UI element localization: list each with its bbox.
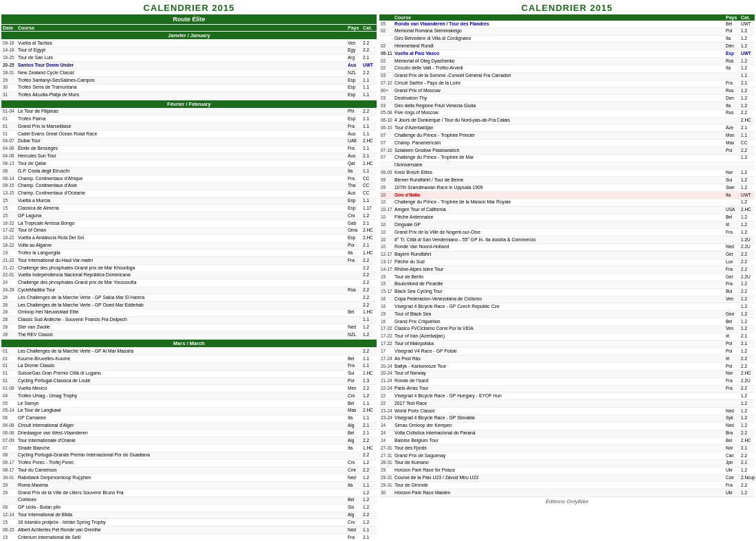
- race-row: 26Les Challenges de la Marche Verte - GP…: [1, 302, 377, 309]
- race-row: 03Grand Prix de la Somme -Conseil Généra…: [379, 73, 755, 80]
- race-row: 23-24Visegrad 4 Bicycle Race - GP Slovak…: [379, 415, 755, 423]
- race-row: 08-17Trofeo Porec - Trofej PorecCro1.2: [1, 460, 377, 467]
- race-row: l'Anniversaire: [379, 162, 755, 170]
- race-row: 08-14Champ. Continentaux d'AfriqueFraCC: [1, 175, 377, 183]
- race-row: 23-24World Ports ClassicNed1.2: [379, 408, 755, 415]
- race-row: 06-08Circuit International d'AlgerAlg2.1: [1, 423, 377, 430]
- race-row: 20-24Bałtyk - Karkonosze TourPol2.2: [379, 363, 755, 371]
- race-row: 07-10Szlakiem Grodow PiastowskichPol2.2: [379, 147, 755, 155]
- race-row: 15Vuelta a MurciaEsp1.1: [1, 198, 377, 206]
- race-row: 04Trofeo Umag - Umag TrophyCro1.2: [1, 393, 377, 400]
- race-row: 28-01Rabobank Dorpenomloop RuçphenNed1.2: [1, 474, 377, 482]
- race-row: 04-08Étoile de BessègesFra2.1: [1, 146, 377, 153]
- th-pays: Pays: [348, 25, 363, 30]
- race-row: 26Les Challenges de la Marche Verte - GP…: [1, 294, 377, 302]
- race-row: 24Volta Ciclistica internacional do Para…: [379, 430, 755, 438]
- race-row: 01Kuurne-Bruxelles-KuurneBel1.1: [1, 355, 377, 363]
- race-row: 17-22Tour of MalopolskaPol2.1: [379, 341, 755, 349]
- race-row: 29Grand Prix de la Ville de Lillers Souv…: [1, 489, 377, 497]
- race-row: 30Trofeo Serra de TramuntanaEsp1.1: [1, 85, 377, 92]
- race-row: 02Memorial of Oleg DyachenkoRus1.2: [379, 58, 755, 65]
- race-row: 05Rondo van Vlaanderen / Tour des Flandr…: [379, 21, 755, 28]
- race-row: 08Cycling Portugal-Grande Premio Interna…: [1, 452, 377, 460]
- race-row: 17-22Tour of OmanOma2.HC: [1, 228, 377, 235]
- race-row: 28-01New Zealand Cycle ClassicNZL2.2: [1, 69, 377, 77]
- race-row: 19Tour of Black SeaGeo1.2: [379, 311, 755, 318]
- race-row: 13-15Champ. Continentaux d'OcéanieAusCC: [1, 190, 377, 198]
- race-row: 05-14Le Tour de LangkawiMas2.HC: [1, 408, 377, 415]
- race-row: 12-17Bayern RundfahrtGer2.2: [379, 252, 755, 259]
- race-row: 22-01Vuelta Independencia Nacional Repúb…: [1, 272, 377, 280]
- race-row: 17-22Tour of Iran (Azerbaijan)Iri2.1: [379, 333, 755, 341]
- race-row: 09Berner Rundfahrt / Tour de BerneSui1.2: [379, 177, 755, 184]
- race-row: 04-08Hercules Sun TourAus2.1: [1, 153, 377, 161]
- race-row: 01Trofeo PalmaEsp1.1: [1, 115, 377, 123]
- race-row: 24Simas Omloop der KempenNed1.2: [379, 423, 755, 430]
- month-jan: Janvier / January: [1, 32, 377, 39]
- race-row: 02Himmerland RundtDen1.2: [379, 43, 755, 50]
- race-row: 28Omloop Het Nieuwsblad EliteBel1.HC: [1, 309, 377, 317]
- race-row: 07Strade BiancheIta1.HC: [1, 445, 377, 452]
- race-row: Giro Belvedere di Villa di CordignanoIta…: [379, 36, 755, 43]
- race-row: 07Champ. PanamericainMaxCC: [379, 140, 755, 147]
- race-row: 01Cycling Portugal-Classica de LouléPor1…: [1, 378, 377, 386]
- right-footer: Éditions OnlyBike: [379, 498, 755, 505]
- th-cat: Cat.: [363, 25, 375, 30]
- th-course: Course: [18, 25, 348, 30]
- race-row: 15Tour de BerlinGer2.2U: [379, 274, 755, 281]
- race-row: 80+Grand Prix of MoscowRus1.2: [379, 87, 755, 95]
- race-row: 18-22Volta ao AlgarvePor2.1: [1, 243, 377, 250]
- race-row: 06-11Vuelta al País VascoEspUWT: [379, 50, 755, 58]
- race-row: 01La Drome ClassicFra1.1: [1, 363, 377, 371]
- race-row: CominesBel1.2: [1, 497, 377, 505]
- race-row: 18-22Vuelta a Andalucia Ruta Del SolEsp2…: [1, 235, 377, 243]
- race-row: 08-13Tour de QatarQat2.HC: [1, 160, 377, 168]
- right-table-header: CoursePaysCat.: [379, 14, 755, 21]
- race-row: 07-09Tour Internationale d'OranieAlg2.2: [1, 437, 377, 445]
- race-row: 01-08Vuelta MexicoMex2.2: [1, 385, 377, 393]
- race-row: 29-31Tour de GirondeFra2.2: [379, 482, 755, 489]
- right-title: CALENDRIER 2015: [379, 3, 755, 13]
- race-row: 09-18Vuelta al TachiraVen2.2: [1, 40, 377, 47]
- race-row: 16Grand Prix CriquielionBel1.2: [379, 318, 755, 326]
- route-header: Route Élite: [1, 14, 377, 24]
- race-row: 27-31Grand Prix de SaguenayCan2.2: [379, 452, 755, 460]
- race-row: 28Ster van ZwolleNed1.2: [1, 324, 377, 332]
- race-row: 15GP LagunaCro1.2: [1, 212, 377, 220]
- race-row: 15Classica de AlmeriaEsp1.17: [1, 205, 377, 212]
- month-feb: Février / February: [1, 100, 377, 108]
- race-row: 07-10Circuit Sarthe - Pays de la LoireFr…: [379, 80, 755, 88]
- race-row: 10Ronde Van Noord-HollandNed2.2U: [379, 244, 755, 252]
- race-row: 21-22Challenge des phosphates-Grand prix…: [1, 265, 377, 272]
- race-row: 02Circuito delle Valli - Trofeo ArvediIt…: [379, 65, 755, 73]
- right-column: CALENDRIER 2015 CoursePaysCat. 05Rondo v…: [379, 3, 755, 541]
- race-row: 15-17Black Sea Cycling TourBul2.2: [379, 289, 755, 296]
- race-row: 21-24Ronde de l'IsardFra2.2U: [379, 378, 755, 386]
- race-row: 14-18Tour of EgyptEgy2.2: [1, 47, 377, 55]
- race-row: 01Les Challenges de la Marche Verte - GP…: [1, 348, 377, 355]
- race-row: 16-22La Tropicale Amissa BongoGab2.1: [1, 220, 377, 228]
- race-row: 29-31Course de la Paix U23 / Závod Miru …: [379, 475, 755, 483]
- race-row: 10-17Amgen Tour of CaliforniaUSA2.HC: [379, 207, 755, 214]
- race-row: 222017 Test Race1.2: [379, 400, 755, 408]
- race-row: 01SuisseGas Gran Premio Città di LuganoS…: [1, 371, 377, 378]
- race-row: 06-104 Jours de Dunkerque / Tour du Nord…: [379, 118, 755, 125]
- month-mar: Mars / March: [1, 340, 377, 347]
- race-row: 08GP Izola - Butan plinSlo1.2: [1, 505, 377, 512]
- race-row: 15Criterium International de SeillFra2.1: [1, 534, 377, 541]
- race-row: 29Trofeo Santanyi-SesSalines-CamposEsp1.…: [1, 77, 377, 85]
- race-row: 01Cadel Evans Great Ocean Road RaceAus1.…: [1, 131, 377, 138]
- race-row: 24-28CycleMadiba TourRsa2.2: [1, 287, 377, 295]
- race-row: 08-15Albert Achtertes Pet Ronde van Dren…: [1, 527, 377, 534]
- race-row: 10Grand Prix de la Ville de Nogent-sur-O…: [379, 229, 755, 236]
- race-row: 12-14Tour International de BlidaAlg2.2: [1, 512, 377, 520]
- race-row: 04-07Dubai TourUAE2.HC: [1, 138, 377, 146]
- left-title: CALENDRIER 2015: [1, 3, 377, 13]
- race-row: 10Flèche ArdennaiseBel1.2: [379, 214, 755, 222]
- race-row: 20-24Tour of NorwayNor2.HC: [379, 371, 755, 378]
- race-row: 17-22Clasico FVCiclismo Corre Por la VID…: [379, 326, 755, 333]
- race-row: 10Giro d'ItaliaItaUWT: [379, 192, 755, 199]
- race-row: 28The REV ClassicNZL1.2: [1, 331, 377, 339]
- race-row: 10Challenge du Prince - Trophée de la Ma…: [379, 199, 755, 207]
- race-row: 24Challenge des phosphates-Grand prix de…: [1, 280, 377, 287]
